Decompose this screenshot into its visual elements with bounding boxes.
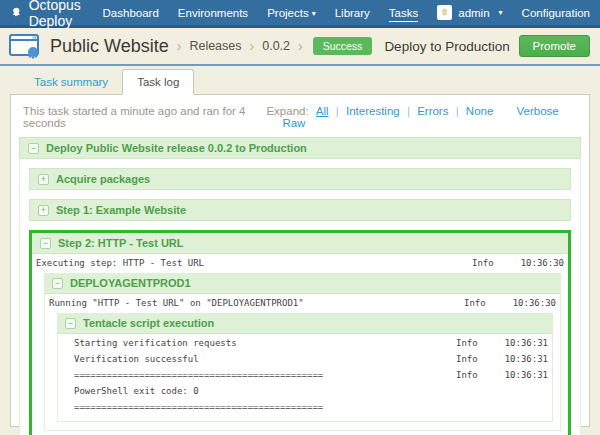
brand-label: Octopus Deploy: [29, 0, 103, 29]
tab-task-log[interactable]: Task log: [122, 69, 194, 95]
log-level: Info: [464, 298, 506, 308]
breadcrumb-releases[interactable]: Releases: [189, 39, 241, 53]
status-badge: Success: [313, 37, 373, 55]
log-section-step2-body: Executing step: HTTP - Test URL Info 10:…: [32, 254, 568, 435]
log-message: PowerShell exit code: 0: [62, 386, 456, 396]
expand-all-link[interactable]: All: [316, 105, 329, 117]
log-section-acquire-header[interactable]: + Acquire packages: [29, 168, 571, 190]
log-line: Verification successful Info 10:36:31: [60, 351, 550, 367]
log-message: Verification successful: [62, 354, 456, 364]
log-message: Starting verification requests: [62, 338, 456, 348]
log-timestamp: 10:36:31: [498, 354, 548, 364]
top-navbar: Octopus Deploy Dashboard Environments Pr…: [0, 0, 600, 28]
log-section-agent-body: Running "HTTP - Test URL" on "DEPLOYAGEN…: [44, 294, 561, 431]
log-section-step2-highlighted: − Step 2: HTTP - Test URL Executing step…: [29, 230, 571, 435]
log-line: ========================================…: [60, 399, 550, 415]
log-message: Executing step: HTTP - Test URL: [36, 258, 472, 268]
separator: |: [456, 105, 459, 117]
log-section-agent-title: DEPLOYAGENTPROD1: [70, 277, 191, 289]
chevron-down-icon: ▾: [312, 9, 316, 18]
log-line: PowerShell exit code: 0: [60, 383, 550, 399]
nav-item-environments[interactable]: Environments: [178, 7, 248, 19]
task-log-panel: This task started a minute ago and ran f…: [10, 94, 590, 427]
log-section-tentacle-header[interactable]: − Tentacle script execution: [57, 313, 553, 334]
nav-item-projects[interactable]: Projects▾: [267, 7, 316, 19]
log-section-root-header[interactable]: − Deploy Public Website release 0.0.2 to…: [19, 137, 581, 159]
tab-task-summary[interactable]: Task summary: [20, 70, 122, 94]
collapse-icon[interactable]: −: [28, 143, 39, 154]
log-section-root-title: Deploy Public Website release 0.0.2 to P…: [46, 142, 307, 154]
task-duration-text: This task started a minute ago and ran f…: [23, 105, 266, 129]
log-message: ========================================…: [62, 402, 456, 412]
collapse-icon[interactable]: −: [65, 318, 76, 329]
log-section-step2-header[interactable]: − Step 2: HTTP - Test URL: [32, 233, 568, 254]
expand-errors-link[interactable]: Errors: [417, 105, 448, 117]
log-line: ========================================…: [60, 367, 550, 383]
project-website-icon: [8, 33, 42, 60]
status-row: This task started a minute ago and ran f…: [11, 95, 589, 135]
log-section-agent-header[interactable]: − DEPLOYAGENTPROD1: [44, 273, 561, 294]
raw-link[interactable]: Raw: [282, 117, 305, 129]
log-timestamp: 10:36:30: [506, 298, 556, 308]
page-title: Public Website: [50, 36, 169, 57]
log-line: Starting verification requests Info 10:3…: [60, 335, 550, 351]
avatar-octopus-icon: [439, 7, 450, 18]
octopus-logo-icon: [10, 4, 23, 21]
user-menu[interactable]: admin ▾: [437, 5, 502, 20]
nav-item-configuration[interactable]: Configuration: [522, 7, 590, 19]
page-header: Public Website › Releases › 0.0.2 › Succ…: [0, 28, 600, 66]
log-section-step1-title: Step 1: Example Website: [56, 204, 186, 216]
breadcrumb-version[interactable]: 0.0.2: [262, 39, 290, 53]
log-message: Running "HTTP - Test URL" on "DEPLOYAGEN…: [49, 298, 464, 308]
log-section-tentacle-title: Tentacle script execution: [83, 317, 214, 329]
separator: |: [336, 105, 339, 117]
nav-item-library[interactable]: Library: [335, 7, 370, 19]
log-line: Running "HTTP - Test URL" on "DEPLOYAGEN…: [47, 295, 558, 311]
collapse-icon[interactable]: −: [52, 278, 63, 289]
expand-icon[interactable]: +: [38, 205, 49, 216]
log-section-root: − Deploy Public Website release 0.0.2 to…: [19, 137, 581, 435]
expand-interesting-link[interactable]: Interesting: [346, 105, 400, 117]
log-section-step1-header[interactable]: + Step 1: Example Website: [29, 199, 571, 221]
log-section-step2-title: Step 2: HTTP - Test URL: [58, 237, 184, 249]
chevron-down-icon: ▾: [499, 8, 503, 17]
log-level: Info: [472, 258, 514, 268]
avatar: [437, 5, 452, 20]
log-section-acquire-title: Acquire packages: [56, 173, 150, 185]
log-section-tentacle: − Tentacle script execution Starting ver…: [57, 313, 553, 422]
user-name: admin: [458, 7, 489, 19]
log-timestamp: 10:36:31: [498, 338, 548, 348]
log-timestamp: 10:36:30: [514, 258, 564, 268]
log-section-agent: − DEPLOYAGENTPROD1 Running "HTTP - Test …: [44, 273, 561, 431]
separator: |: [407, 105, 410, 117]
task-title: Deploy to Production: [384, 39, 509, 54]
expand-none-link[interactable]: None: [466, 105, 494, 117]
verbose-link[interactable]: Verbose: [517, 105, 559, 117]
log-level: Info: [456, 370, 498, 380]
log-message: ========================================…: [62, 370, 456, 380]
nav-item-tasks[interactable]: Tasks: [389, 7, 418, 19]
tab-strip: Task summary Task log: [0, 66, 600, 94]
log-timestamp: 10:36:31: [498, 370, 548, 380]
promote-button[interactable]: Promote: [519, 35, 590, 57]
expand-icon[interactable]: +: [38, 174, 49, 185]
chevron-right-icon: ›: [177, 38, 182, 54]
chevron-right-icon: ›: [250, 38, 255, 54]
chevron-right-icon: ›: [298, 38, 303, 54]
log-section-root-body: + Acquire packages + Step 1: Example Web…: [19, 159, 581, 435]
nav-links: Dashboard Environments Projects▾ Library…: [103, 5, 590, 20]
log-tree: − Deploy Public Website release 0.0.2 to…: [11, 135, 589, 435]
expand-label: Expand:: [266, 105, 308, 117]
log-level: Info: [456, 354, 498, 364]
expand-controls: Expand: All | Interesting | Errors | Non…: [266, 105, 577, 129]
nav-item-dashboard[interactable]: Dashboard: [103, 7, 159, 19]
collapse-icon[interactable]: −: [40, 238, 51, 249]
brand-logo[interactable]: Octopus Deploy: [10, 0, 103, 29]
log-line: Executing step: HTTP - Test URL Info 10:…: [34, 255, 566, 271]
log-level: Info: [456, 338, 498, 348]
log-section-tentacle-body: Starting verification requests Info 10:3…: [57, 334, 553, 422]
